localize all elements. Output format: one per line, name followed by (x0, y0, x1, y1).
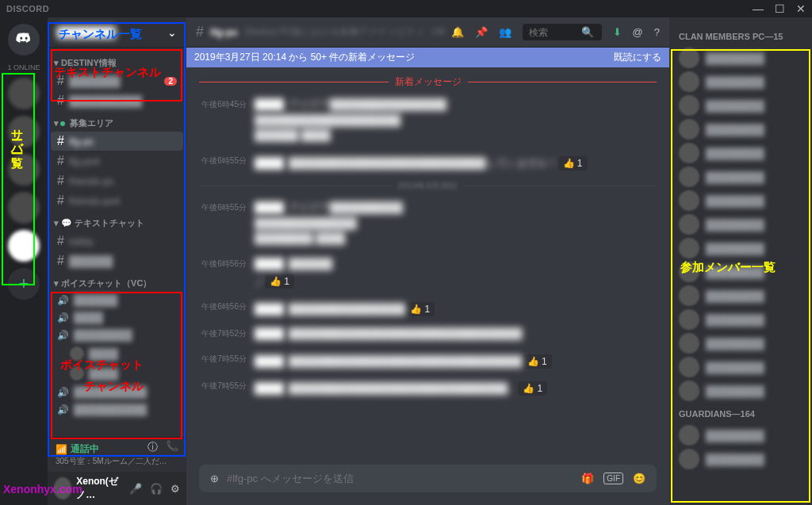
member-item[interactable]: ████████ (676, 117, 806, 141)
voice-status: 📶 通話中 ⓘ 📞 305号室：5Mルーム／二人だ… (48, 437, 186, 472)
add-server-button[interactable]: + (8, 268, 40, 300)
message-author[interactable]: ████ (255, 258, 284, 270)
speaker-icon: 🔊 (57, 330, 69, 341)
search-box[interactable]: 🔍 (523, 24, 602, 40)
message-author[interactable]: ████ (255, 201, 284, 213)
message-author[interactable]: ████ (255, 98, 284, 110)
bell-icon[interactable]: 🔔 (451, 26, 464, 38)
text-channel-item[interactable]: #friends-pc (51, 171, 183, 190)
server-avatar[interactable] (8, 154, 40, 186)
member-name: ████████ (706, 171, 764, 183)
voice-channel-item[interactable]: 🔊████ (51, 309, 183, 326)
category-header[interactable]: ▾ 💬 テキストチャット (48, 211, 186, 231)
voice-channel-item[interactable]: 🔊██████████ (51, 401, 183, 418)
minimize-button[interactable]: — (753, 2, 764, 15)
message-author[interactable]: ████ (255, 382, 284, 394)
members-icon[interactable]: 👥 (499, 26, 511, 38)
server-avatar[interactable] (8, 116, 40, 147)
reaction[interactable]: 👍 1 (265, 274, 294, 289)
member-item[interactable]: ████████ (676, 423, 806, 447)
category-header[interactable]: ▾ 募集エリア (48, 111, 186, 131)
signal-icon: 📶 (56, 444, 67, 455)
message-author[interactable]: ████ (255, 303, 284, 315)
voice-user[interactable]: ████ (51, 344, 183, 363)
text-channel-item[interactable]: #friends-ps4 (51, 191, 183, 210)
mark-read-button[interactable]: 既読にする (614, 51, 661, 64)
voice-channel-item[interactable]: 🔊██████████ (51, 384, 183, 400)
member-item[interactable]: ████████ (676, 212, 806, 236)
message-input[interactable] (227, 472, 573, 484)
member-item[interactable]: ████████ (676, 284, 806, 308)
server-avatar[interactable] (8, 230, 40, 262)
voice-channel-item[interactable]: 🔊████████ (51, 327, 183, 343)
help-icon[interactable]: ? (654, 26, 660, 38)
member-name: ████████ (706, 243, 764, 254)
message-author[interactable]: ████ (255, 327, 284, 339)
member-name: ████████ (706, 147, 764, 159)
member-heading: CLAN MEMBERS PC—15 (679, 32, 802, 41)
member-item[interactable]: ████████ (676, 379, 806, 403)
member-item[interactable]: ████████ (676, 70, 806, 94)
voice-user[interactable]: ████ (51, 364, 183, 383)
text-channel-item[interactable]: #lobby (51, 231, 183, 251)
member-avatar (679, 285, 699, 306)
channel-name: ██████████ (69, 95, 177, 107)
channels-scroll: ▾ DESTINY情報#███████2#██████████▾ 募集エリア#l… (48, 48, 186, 437)
text-channel-item[interactable]: #lfg-pc (51, 132, 183, 151)
mute-icon[interactable]: 🎤 (129, 483, 142, 495)
member-item[interactable]: ████████ (676, 308, 806, 331)
reaction[interactable]: 👍 1 (405, 302, 435, 316)
attach-icon[interactable]: ⊕ (210, 472, 219, 484)
reaction[interactable]: 👍 1 (518, 381, 547, 396)
close-button[interactable]: ✕ (796, 2, 806, 15)
member-item[interactable]: ████████ (676, 355, 806, 379)
member-avatar (679, 425, 699, 446)
text-channel-item[interactable]: #██████████ (51, 91, 183, 110)
info-icon[interactable]: ⓘ (147, 440, 158, 454)
deafen-icon[interactable]: 🎧 (150, 483, 163, 495)
message-author[interactable]: ████ (255, 355, 284, 367)
member-item[interactable]: ████████ (676, 165, 806, 189)
speaker-icon: 🔊 (57, 404, 69, 415)
member-item[interactable]: ████████ (676, 236, 806, 260)
chat-input[interactable]: ⊕ 🎁 GIF 😊 (199, 465, 657, 492)
member-item[interactable]: ████████ (676, 331, 806, 355)
watermark: Xenonhyx.com (3, 483, 82, 495)
server-header[interactable]: ████████ ⌄ (48, 17, 186, 48)
message-author[interactable]: ████ (255, 157, 284, 169)
member-avatar (679, 357, 699, 377)
category-header[interactable]: ▾ DESTINY情報 (48, 51, 186, 71)
text-channel-item[interactable]: #lfg-ps4 (51, 151, 183, 170)
settings-icon[interactable]: ⚙ (170, 483, 180, 495)
pin-icon[interactable]: 📌 (475, 26, 488, 38)
gif-icon[interactable]: GIF (603, 472, 623, 484)
gift-icon[interactable]: 🎁 (581, 472, 594, 484)
member-item[interactable]: ████████ (676, 260, 806, 284)
new-messages-banner[interactable]: 2019年3月27日 20:14 から 50+ 件の新着メッセージ 既読にする (186, 48, 669, 67)
message-time: 午後7時55分 (199, 378, 247, 396)
text-channel-item[interactable]: #██████ (51, 251, 183, 270)
server-avatar[interactable] (8, 192, 40, 224)
emoji-icon[interactable]: 😊 (633, 472, 645, 484)
member-item[interactable]: ████████ (676, 141, 806, 165)
member-item[interactable]: ████████ (676, 189, 806, 212)
hash-icon: # (57, 94, 64, 108)
reaction[interactable]: 👍 1 (523, 354, 552, 369)
maximize-button[interactable]: ☐ (775, 2, 785, 15)
server-avatar[interactable] (8, 78, 40, 109)
category-header[interactable]: ▾ ボイスチャット（VC） (48, 271, 186, 291)
search-input[interactable] (529, 27, 576, 38)
member-item[interactable]: ████████ (676, 447, 806, 471)
download-icon[interactable]: ⬇ (613, 26, 622, 38)
message-time: 午後6時56分 (199, 299, 247, 317)
text-channel-item[interactable]: #███████2 (51, 71, 183, 90)
disconnect-icon[interactable]: 📞 (166, 440, 178, 454)
member-item[interactable]: ████████ (676, 46, 806, 70)
speaker-icon: 🔊 (57, 312, 69, 323)
hash-icon: # (57, 193, 64, 208)
discord-home-button[interactable] (8, 24, 40, 55)
reaction[interactable]: 👍 1 (558, 156, 588, 170)
mentions-icon[interactable]: @ (633, 26, 643, 38)
voice-channel-item[interactable]: 🔊██████ (51, 292, 183, 308)
member-item[interactable]: ████████ (676, 94, 806, 117)
